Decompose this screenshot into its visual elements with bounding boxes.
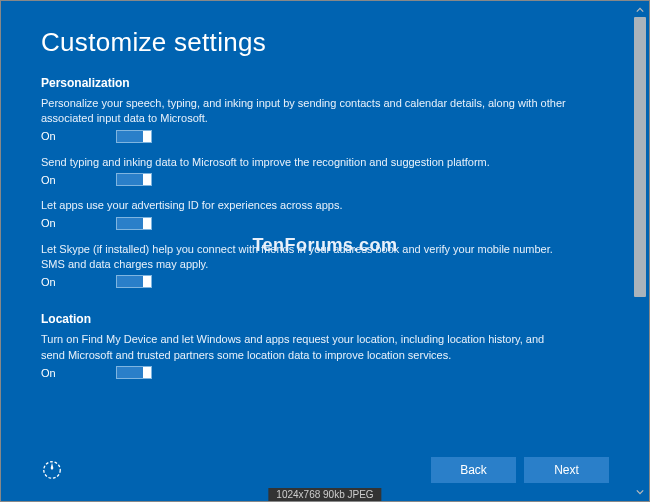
toggle-switch[interactable] [116,173,152,186]
next-button[interactable]: Next [524,457,609,483]
footer: Back Next [41,457,609,483]
setting-advertising-id: Let apps use your advertising ID for exp… [41,198,609,229]
back-button[interactable]: Back [431,457,516,483]
toggle-row: On [41,366,609,379]
personalization-header: Personalization [41,76,609,90]
scroll-track[interactable] [633,17,647,485]
setting-desc: Let apps use your advertising ID for exp… [41,198,571,213]
toggle-state-label: On [41,130,66,142]
scroll-down-arrow-icon[interactable] [633,485,647,499]
toggle-switch[interactable] [116,275,152,288]
scroll-thumb[interactable] [634,17,646,297]
toggle-state-label: On [41,367,66,379]
location-section: Location Turn on Find My Device and let … [41,312,609,379]
page-title: Customize settings [41,27,609,58]
toggle-row: On [41,275,609,288]
button-row: Back Next [431,457,609,483]
setting-skype: Let Skype (if installed) help you connec… [41,242,609,289]
toggle-switch[interactable] [116,366,152,379]
settings-content: Customize settings Personalization Perso… [1,1,649,431]
accessibility-icon[interactable] [41,459,63,481]
toggle-row: On [41,173,609,186]
setting-desc: Let Skype (if installed) help you connec… [41,242,571,273]
toggle-row: On [41,217,609,230]
setting-find-my-device: Turn on Find My Device and let Windows a… [41,332,609,379]
setting-desc: Personalize your speech, typing, and ink… [41,96,571,127]
setting-desc: Turn on Find My Device and let Windows a… [41,332,571,363]
setting-typing-inking: Send typing and inking data to Microsoft… [41,155,609,186]
toggle-row: On [41,130,609,143]
setting-desc: Send typing and inking data to Microsoft… [41,155,571,170]
toggle-switch[interactable] [116,130,152,143]
scrollbar[interactable] [633,3,647,499]
scroll-up-arrow-icon[interactable] [633,3,647,17]
location-header: Location [41,312,609,326]
setting-speech-typing: Personalize your speech, typing, and ink… [41,96,609,143]
toggle-switch[interactable] [116,217,152,230]
toggle-state-label: On [41,276,66,288]
image-meta-bar: 1024x768 90kb JPEG [268,488,381,501]
toggle-state-label: On [41,217,66,229]
toggle-state-label: On [41,174,66,186]
